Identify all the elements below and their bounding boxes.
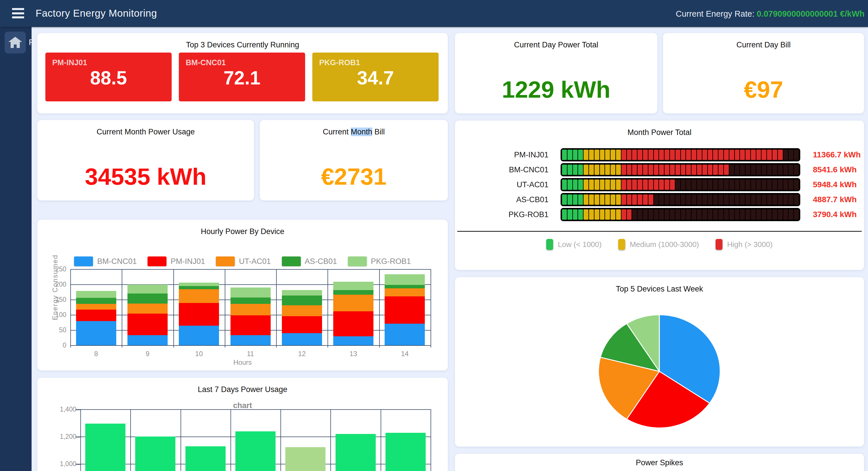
x-tick-label: 8 [94,350,98,358]
spikes-chart-title: Power Spikes [455,459,864,467]
bar [385,433,426,471]
rate-value: 0.0790900000000001 [756,9,838,19]
legend-item[interactable]: UT-AC01 [216,257,271,266]
stacked-bar [384,274,425,345]
gauge-row: UT-AC015948.4 kWh [455,178,864,191]
pie-chart-card: Top 5 Devices Last Week [455,277,864,447]
hourly-chart-title: Hourly Power By Device [37,227,448,236]
bar-segment [384,285,425,288]
y-tick-label: 0 [63,342,70,349]
bar-segment [384,288,425,297]
legend-item[interactable]: High (> 3000) [716,239,772,250]
device-tile: PKG-ROB134.7 [312,53,439,101]
gauge-value: 8541.6 kWh [813,165,857,174]
top-app-bar: Factory Energy Monitoring Current Energy… [0,0,868,27]
rate-unit: €/kWh [840,9,865,19]
spikes-chart-card: Power Spikes 130 [455,454,864,471]
gauge-row: PM-INJ0111366.7 kWh [455,148,864,161]
current-energy-rate: Current Energy Rate: 0.0790900000000001 … [676,9,865,19]
gridline [130,409,131,471]
main-content: Top 3 Devices Currently Running PM-INJ01… [32,27,868,471]
bar [236,431,276,471]
gridline [122,269,122,348]
gridline [70,345,431,346]
bar-segment [179,286,219,289]
bar [135,437,175,471]
gridline [381,409,381,471]
month-usage-title: Current Month Power Usage [37,127,254,137]
bar-segment [333,336,373,345]
last7-chart-plot: 1,4001,2001,000 [81,409,431,471]
bar-segment [384,296,425,323]
device-tile: BM-CNC0172.1 [179,53,305,101]
day-bill-card: Current Day Bill €97 [663,33,864,113]
top-devices-card: Top 3 Devices Currently Running PM-INJ01… [37,33,448,113]
bar-segment [333,290,373,295]
hamburger-menu-icon[interactable] [12,8,24,19]
bar-segment [127,285,167,294]
legend-item[interactable]: AS-CB01 [282,257,337,266]
hourly-chart-plot: 050100150200250891011121314 [70,269,431,345]
bar-segment [384,324,425,345]
device-tile: PM-INJ0188.5 [45,53,172,101]
device-tile-value: 88.5 [45,67,172,89]
gridline [225,269,225,348]
month-bill-card: Current Month Bill €2731 [260,120,448,201]
factory-energy-dashboard: Factory Energy Monitoring Current Energy… [0,0,868,471]
gauge-value: 5948.4 kWh [813,180,857,189]
y-tick-label: 200 [55,281,70,288]
legend-item[interactable]: Medium (1000-3000) [618,239,699,250]
bar-segment [230,315,271,335]
gauge-bar [561,193,800,206]
legend-swatch [282,257,301,266]
gridline [330,409,331,471]
pie-chart-title: Top 5 Devices Last Week [455,285,864,294]
legend-label: AS-CB01 [305,257,337,266]
stacked-bar [127,285,167,345]
x-tick-label: 10 [195,350,203,358]
bar-segment [282,290,322,296]
stacked-bar [282,290,322,345]
device-tile-name: BM-CNC01 [186,58,226,67]
bar-segment [179,303,219,326]
legend-item[interactable]: PM-INJ01 [148,257,205,266]
bar-segment [76,291,116,297]
bar-segment [282,316,322,333]
gridline [328,269,328,348]
legend-item[interactable]: BM-CNC01 [74,257,136,266]
legend-item[interactable]: Low (< 1000) [546,239,601,250]
bar-segment [76,304,116,310]
bar-segment [76,310,116,321]
gauge-value: 4887.7 kWh [813,195,857,204]
top-devices-title: Top 3 Devices Currently Running [37,40,448,50]
day-bill-value: €97 [663,76,864,103]
month-total-card: Month Power Total PM-INJ0111366.7 kWhBM-… [455,121,864,270]
bar-segment [230,304,271,315]
legend-label: PKG-ROB1 [371,257,411,266]
device-tile-value: 72.1 [179,67,305,89]
legend-item[interactable]: PKG-ROB1 [348,257,411,266]
legend-swatch [546,239,553,250]
legend-label: High (> 3000) [727,240,772,249]
bar [185,446,226,471]
hourly-chart-legend: BM-CNC01PM-INJ01UT-AC01AS-CB01PKG-ROB1 [37,257,448,266]
bar-segment [282,305,322,316]
gridline [431,409,431,471]
gridline [280,409,281,471]
gridline [174,269,174,348]
bar [85,423,125,471]
gridline [70,284,431,285]
sidebar-item-home[interactable] [5,32,26,53]
day-total-card: Current Day Power Total 1229 kWh [455,33,657,113]
y-tick-label: 50 [59,326,70,334]
device-tile-name: PM-INJ01 [52,58,87,67]
bar [285,447,326,471]
bar-segment [282,333,322,345]
gridline [81,409,431,410]
bar-segment [76,298,116,304]
last7-chart-title: Last 7 Days Power Usage [37,385,448,394]
month-bill-value: €2731 [260,163,448,190]
legend-label: BM-CNC01 [97,257,136,266]
selected-text: Month [351,127,372,136]
device-tile-value: 34.7 [312,67,439,89]
